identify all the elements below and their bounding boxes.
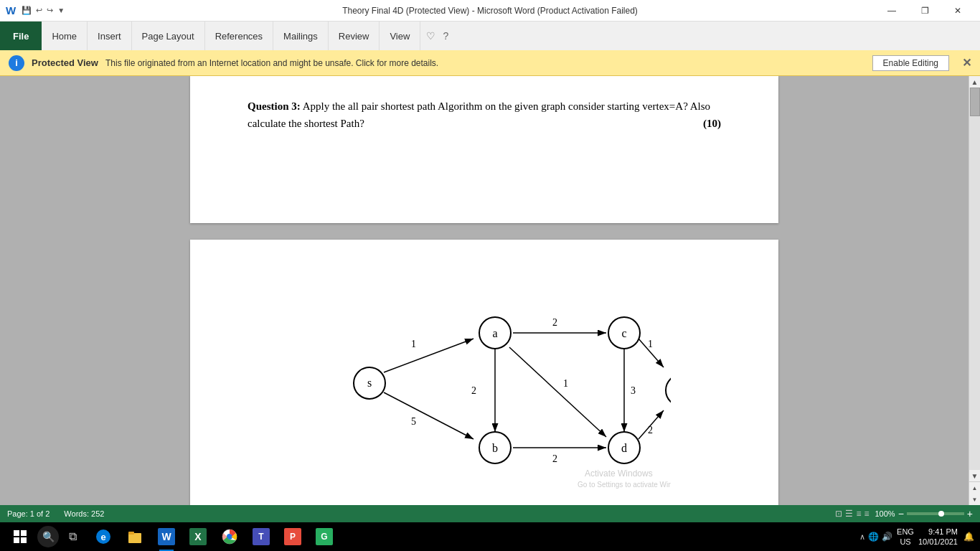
- excel-taskbar-icon: X: [189, 528, 207, 545]
- page-info: Page: 1 of 2: [7, 509, 50, 518]
- main-area: Question 3: Apply the all pair shortest …: [0, 76, 980, 505]
- clock[interactable]: 9:41 PM 10/01/2021: [918, 527, 958, 547]
- edge-s-a: [384, 339, 473, 372]
- zoom-thumb[interactable]: [938, 511, 944, 517]
- zoom-slider[interactable]: [907, 512, 964, 515]
- quick-access-undo[interactable]: ↩: [36, 6, 42, 15]
- edge-label-a-c: 2: [552, 317, 557, 328]
- svg-rect-1: [14, 530, 19, 536]
- tab-insert[interactable]: Insert: [88, 22, 132, 50]
- scroll-right-end-1[interactable]: ▲: [969, 482, 981, 494]
- scroll-up-arrow[interactable]: ▲: [969, 76, 981, 88]
- pages-container: Question 3: Apply the all pair shortest …: [0, 76, 969, 505]
- taskbar-right: ∧ 🌐 🔊 ENGUS 9:41 PM 10/01/2021 🔔: [859, 527, 974, 547]
- language-label[interactable]: ENGUS: [897, 527, 914, 547]
- scroll-track[interactable]: [969, 88, 980, 470]
- quick-access-save[interactable]: 💾: [22, 6, 32, 15]
- tab-view[interactable]: View: [380, 22, 420, 50]
- document-area: Question 3: Apply the all pair shortest …: [0, 76, 969, 505]
- maximize-button[interactable]: ❐: [908, 0, 941, 22]
- word-count: Words: 252: [64, 509, 104, 518]
- svg-rect-4: [21, 537, 27, 543]
- date-display: 10/01/2021: [918, 537, 958, 547]
- ribbon-tabs: Home Insert Page Layout References Maili…: [42, 22, 980, 50]
- task-view-button[interactable]: ⧉: [62, 526, 83, 547]
- file-tab[interactable]: File: [0, 22, 42, 50]
- status-bar: Page: 1 of 2 Words: 252 ⊡ ☰ ≡ ≡ 100% − +: [0, 505, 980, 522]
- network-icon[interactable]: 🌐: [868, 532, 879, 542]
- edge-label-a-b: 2: [471, 385, 476, 396]
- edge-s-b: [384, 392, 473, 439]
- edge-label-d-e: 2: [648, 425, 653, 435]
- protected-bar-close[interactable]: ✕: [962, 56, 971, 70]
- taskbar-chrome[interactable]: [215, 522, 244, 551]
- node-label-a: a: [492, 327, 497, 339]
- speaker-icon[interactable]: 🔊: [882, 532, 892, 542]
- start-button[interactable]: [6, 522, 34, 551]
- title-bar: W 💾 ↩ ↪ ▼ Theory Final 4D (Protected Vie…: [0, 0, 980, 22]
- taskbar-app7[interactable]: G: [310, 522, 339, 551]
- title-bar-icons: W 💾 ↩ ↪ ▼: [6, 4, 65, 17]
- page-bottom: 1 5 2 2 1: [190, 240, 778, 505]
- scroll-down-arrow[interactable]: ▼: [969, 470, 981, 481]
- notifications-icon[interactable]: 🔔: [963, 532, 974, 542]
- zoom-plus-icon[interactable]: +: [967, 508, 973, 519]
- page-top: Question 3: Apply the all pair shortest …: [190, 76, 778, 223]
- node-label-c: c: [621, 327, 626, 339]
- node-label-b: b: [492, 442, 498, 454]
- edge-label-s-b: 5: [411, 416, 416, 427]
- close-button[interactable]: ✕: [941, 0, 974, 22]
- info-icon: i: [9, 55, 24, 71]
- graph-container: 1 5 2 2 1: [248, 254, 721, 491]
- word-icon: W: [6, 4, 16, 17]
- help-icon[interactable]: ?: [443, 30, 448, 42]
- read-mode-icon[interactable]: ☰: [845, 509, 853, 519]
- scroll-thumb[interactable]: [970, 88, 980, 116]
- tray-up-arrow[interactable]: ∧: [859, 532, 865, 542]
- tab-page-layout[interactable]: Page Layout: [132, 22, 205, 50]
- taskbar-teams[interactable]: T: [247, 522, 275, 551]
- page-divider: [190, 229, 778, 234]
- tab-mailings[interactable]: Mailings: [273, 22, 329, 50]
- taskbar-app6[interactable]: P: [278, 522, 307, 551]
- taskbar-word[interactable]: W: [152, 522, 181, 551]
- protected-view-bar: i Protected View This file originated fr…: [0, 50, 980, 76]
- edge-label-c-d: 3: [631, 385, 636, 396]
- quick-access-redo[interactable]: ↪: [47, 6, 53, 15]
- status-right: ⊡ ☰ ≡ ≡ 100% − +: [835, 508, 973, 519]
- web-layout-icon[interactable]: ≡: [856, 509, 861, 519]
- tab-review[interactable]: Review: [329, 22, 380, 50]
- graph-svg: 1 5 2 2 1: [298, 261, 671, 491]
- protected-view-message: This file originated from an Internet lo…: [105, 58, 865, 68]
- question-text: Question 3: Apply the all pair shortest …: [248, 98, 721, 132]
- vertical-scrollbar[interactable]: ▲ ▼ ▲ ▼: [969, 76, 980, 505]
- app6-icon: P: [284, 528, 301, 545]
- enable-editing-button[interactable]: Enable Editing: [872, 55, 949, 71]
- svg-rect-2: [21, 530, 27, 536]
- zoom-minus-icon[interactable]: −: [898, 508, 904, 519]
- taskbar-excel[interactable]: X: [184, 522, 212, 551]
- minimize-button[interactable]: —: [875, 0, 908, 22]
- watermark-text: Activate Windows: [585, 468, 653, 479]
- tab-references[interactable]: References: [205, 22, 273, 50]
- app7-icon: G: [316, 528, 333, 545]
- ribbon-right-controls: ♡ ?: [420, 22, 454, 50]
- question-body: Apply the all pair shortest path Algorit…: [248, 100, 710, 129]
- outline-icon[interactable]: ≡: [864, 509, 869, 519]
- print-layout-icon[interactable]: ⊡: [835, 509, 842, 519]
- teams-icon: T: [253, 528, 270, 545]
- quick-access-customize[interactable]: ▼: [57, 6, 65, 14]
- tab-home[interactable]: Home: [42, 22, 88, 50]
- taskbar-edge[interactable]: e: [89, 522, 118, 551]
- word-taskbar-icon: W: [158, 528, 175, 545]
- taskbar-file-explorer[interactable]: [121, 522, 149, 551]
- node-label-s: s: [367, 377, 372, 389]
- search-button[interactable]: 🔍: [37, 526, 59, 547]
- zoom-percent: 100%: [875, 509, 895, 518]
- svg-rect-8: [128, 532, 134, 534]
- help-heart-icon[interactable]: ♡: [426, 30, 435, 42]
- edge-a-d: [509, 347, 606, 437]
- node-label-d: d: [621, 442, 627, 454]
- scroll-right-end-2[interactable]: ▼: [969, 494, 981, 505]
- watermark-subtext: Go to Settings to activate Windows.: [578, 481, 671, 489]
